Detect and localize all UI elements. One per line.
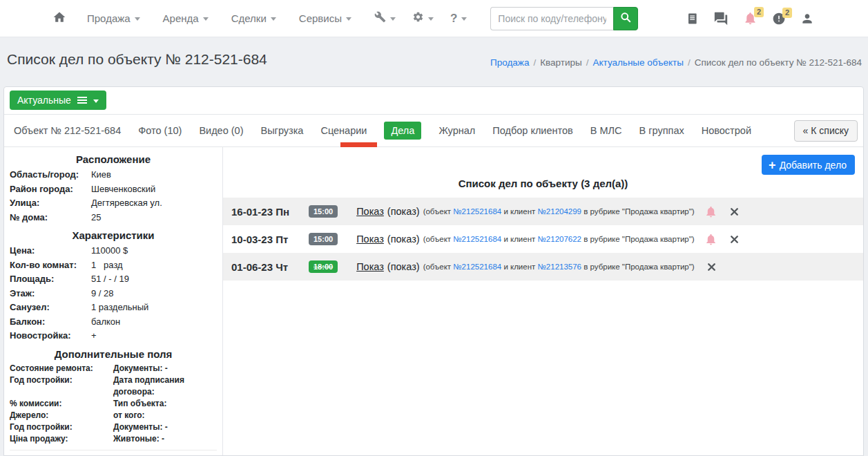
search-button[interactable] [613, 7, 638, 30]
journal-icon[interactable] [686, 12, 699, 26]
hamburger-icon [77, 99, 87, 101]
field-row: № дома:25 [10, 211, 217, 225]
delete-task-icon[interactable] [706, 261, 717, 273]
object-number-link[interactable]: №212521684 [453, 235, 501, 243]
status-actual-button[interactable]: Актуальные [10, 91, 106, 110]
chevron-down-icon [428, 17, 434, 21]
object-number-link[interactable]: №212521684 [453, 263, 501, 271]
settings-menu[interactable] [412, 11, 434, 26]
breadcrumb-sales-link[interactable]: Продажа [490, 57, 529, 68]
tab-object[interactable]: Объект № 212-521-684 [14, 125, 121, 136]
task-detail: (объект №212521684 и клиент №21204299 в … [423, 207, 695, 216]
user-profile-icon[interactable] [800, 12, 814, 26]
field-row: Улица:Дегтяревская ул. [10, 196, 217, 211]
messages-icon[interactable] [713, 11, 729, 26]
chevron-down-icon [203, 17, 209, 21]
chevron-down-icon [135, 17, 140, 21]
tab-video[interactable]: Видео (0) [199, 125, 243, 136]
gear-icon [412, 11, 424, 26]
task-action-link[interactable]: Показ [356, 206, 384, 217]
tab-upload[interactable]: Выгрузка [261, 125, 304, 136]
menu-services[interactable]: Сервисы [299, 12, 351, 24]
alerts-count-badge: 2 [782, 8, 792, 18]
field-row: Область/город:Киев [10, 168, 217, 182]
breadcrumb-apartments: Квартиры [540, 57, 582, 68]
chevron-down-icon [461, 17, 467, 21]
task-row: 10-03-23 Пт 15:00 Показ (показ) (объект … [223, 225, 863, 253]
tabs-bar: Объект № 212-521-684 Фото (10) Видео (0)… [4, 114, 863, 147]
wrench-icon [374, 11, 386, 26]
top-navbar: Продажа Аренда Сделки Сервисы ? [0, 0, 868, 37]
tab-mls[interactable]: В МЛС [590, 125, 622, 136]
navbar-right-icons: 2 2 [686, 11, 814, 26]
field-row: Состояние ремонта:Документы: - [10, 363, 217, 374]
field-row: Цена:110000 $ [10, 244, 217, 258]
tab-client-match[interactable]: Подбор клиентов [492, 125, 572, 136]
tasks-list: 16-01-23 Пн 15:00 Показ (показ) (объект … [223, 198, 863, 281]
tab-journal[interactable]: Журнал [438, 125, 475, 136]
tools-menu[interactable] [374, 11, 396, 26]
menu-rent[interactable]: Аренда [163, 12, 209, 24]
alerts-icon[interactable]: 2 [772, 12, 786, 26]
tab-photo[interactable]: Фото (10) [138, 125, 182, 136]
field-row: Джерело:от кого: [10, 410, 217, 421]
search-input[interactable] [490, 7, 613, 30]
delete-task-icon[interactable] [729, 206, 740, 218]
field-row: Район города:Шевченковский [10, 182, 217, 197]
object-card: Актуальные Объект № 212-521-684 Фото (10… [3, 86, 864, 456]
back-to-list-button[interactable]: « К списку [794, 120, 858, 142]
menu-sales[interactable]: Продажа [87, 12, 140, 24]
chevron-down-icon [346, 17, 351, 21]
breadcrumb-actual-objects-link[interactable]: Актуальные объекты [592, 57, 684, 68]
additional-fields: Состояние ремонта:Документы: - Год постр… [10, 363, 217, 445]
field-row: Новостройка:+ [10, 329, 217, 343]
field-row: Балкон:балкон [10, 315, 217, 330]
breadcrumb: Продажа/Квартиры/Актуальные объекты/Спис… [490, 57, 862, 68]
delete-task-icon[interactable] [729, 234, 740, 245]
section-location-title: Расположение [10, 153, 217, 165]
reminder-bell-icon[interactable] [704, 233, 717, 246]
task-action-link[interactable]: Показ [356, 261, 384, 272]
object-number-link[interactable]: №212521684 [453, 207, 501, 216]
client-number-link[interactable]: №21207622 [538, 235, 582, 243]
tab-scenarios[interactable]: Сценарии [320, 125, 367, 136]
section-additional-title: Дополнительные поля [10, 348, 217, 360]
tasks-panel: + Добавить дело Список дел по объекту (3… [223, 147, 863, 456]
tab-groups[interactable]: В группах [639, 125, 684, 136]
task-detail: (объект №212521684 и клиент №21207622 в … [423, 235, 695, 243]
breadcrumb-current: Список дел по объекту № 212-521-684 [695, 57, 862, 68]
task-action-link[interactable]: Показ [356, 234, 384, 245]
chevron-down-icon [390, 17, 396, 21]
task-date: 16-01-23 Пн [231, 206, 309, 218]
task-date: 01-06-23 Чт [231, 261, 309, 273]
chevron-down-icon [93, 99, 99, 103]
section-characteristics-title: Характеристики [10, 229, 217, 241]
status-row: Актуальные [4, 87, 863, 114]
search-group [490, 7, 638, 30]
field-row: Ціна продажу:Живтоные: - [10, 433, 217, 445]
plus-icon: + [769, 159, 776, 171]
field-row: Кол-во комнат:1 разд [10, 258, 217, 273]
field-row: Площадь:51 / - / 19 [10, 272, 217, 287]
task-kind: (показ) [387, 261, 420, 272]
content-area: Расположение Область/город:Киев Район го… [4, 147, 863, 456]
menu-deals[interactable]: Сделки [231, 12, 276, 24]
client-number-link[interactable]: №21213576 [538, 263, 582, 271]
help-icon: ? [450, 12, 457, 26]
help-menu[interactable]: ? [450, 12, 467, 26]
chevron-down-icon [271, 17, 276, 21]
home-icon[interactable] [52, 10, 66, 27]
reminder-bell-icon[interactable] [704, 205, 717, 218]
notifications-bell-icon[interactable]: 2 [743, 11, 758, 26]
tab-newbuild[interactable]: Новострой [702, 125, 751, 136]
client-number-link[interactable]: №21204299 [538, 207, 582, 216]
task-time-badge-done: 18:00 [309, 260, 338, 273]
field-row: Этаж:9 / 28 [10, 287, 217, 301]
task-row: 01-06-23 Чт 18:00 Показ (показ) (объект … [223, 253, 863, 281]
add-task-button[interactable]: + Добавить дело [762, 155, 855, 175]
task-kind: (показ) [387, 206, 420, 217]
object-summary-panel: Расположение Область/город:Киев Район го… [4, 147, 223, 456]
tab-tasks[interactable]: Дела [384, 122, 421, 140]
description-row: Описание: Продаю просторную и уютную [10, 450, 217, 456]
field-row: Санузел:1 раздельный [10, 301, 217, 315]
